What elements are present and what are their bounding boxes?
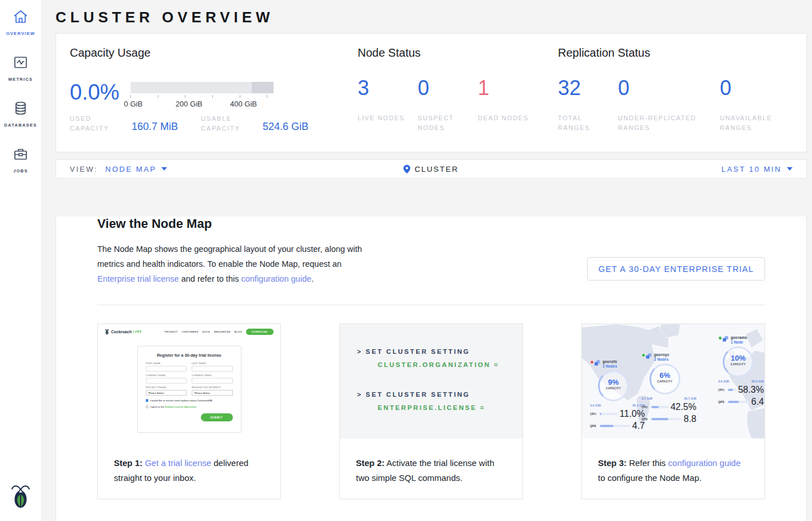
cpu-bar bbox=[600, 413, 618, 415]
mini-form-field-label: FIRST NAME bbox=[146, 362, 187, 365]
live-nodes-label: LIVE NODES bbox=[358, 113, 415, 123]
gauge-tick-label: 0 GiB bbox=[124, 100, 143, 108]
capacity-label: CAPACITY bbox=[600, 387, 627, 390]
suspect-nodes-label: SUSPECT NODES bbox=[418, 113, 475, 133]
status-dot-icon bbox=[718, 336, 722, 340]
sidebar-item-label: METRICS bbox=[9, 77, 33, 82]
suspect-nodes-metric: 0 SUSPECT NODES bbox=[418, 78, 478, 133]
mini-nav-item: BLOG bbox=[235, 330, 242, 333]
capacity-percent: 6% bbox=[651, 371, 679, 380]
chevron-down-icon bbox=[787, 167, 793, 171]
mini-brand-name: Cockroach bbox=[111, 330, 132, 334]
step2-card: > SET CLUSTER SETTING CLUSTER.ORGANIZATI… bbox=[339, 323, 523, 499]
enterprise-trial-button[interactable]: GET A 30-DAY ENTERPRISE TRIAL bbox=[587, 257, 765, 281]
mini-form-field-label: COMPANY NAME bbox=[146, 374, 187, 377]
capacity-usage-section: Capacity Usage 0.0% 0 GiB 200 GiB 400 Gi… bbox=[70, 46, 358, 139]
configuration-guide-link[interactable]: configuration guide bbox=[241, 274, 311, 283]
gauge-tick-label: 400 GiB bbox=[230, 100, 257, 108]
mini-form-field-label: COMPANY EMAIL bbox=[192, 374, 233, 377]
capacity-usage-title: Capacity Usage bbox=[70, 46, 358, 60]
capacity-percent: 9% bbox=[600, 378, 627, 386]
mini-form-checkbox-row: I would like to receive email updates ab… bbox=[146, 399, 233, 402]
qps-value: 8.8 bbox=[684, 414, 696, 424]
node-cube-icon bbox=[594, 360, 601, 366]
usable-capacity-value: 524.6 GiB bbox=[263, 121, 308, 133]
unavailable-ranges-label: UNAVAILABLE RANGES bbox=[720, 113, 777, 133]
used-capacity-value: 160.7 MiB bbox=[132, 121, 178, 133]
node-map-panel: View the Node Map The Node Map shows the… bbox=[56, 216, 807, 521]
capacity-total: 43.7 GiB bbox=[684, 397, 696, 400]
capacity-used: 3.2 GiB bbox=[590, 404, 601, 407]
qps-label: QPS bbox=[718, 400, 726, 404]
intro-text: . bbox=[311, 274, 314, 283]
sql-command: > SET CLUSTER SETTING CLUSTER.ORGANIZATI… bbox=[357, 348, 522, 368]
gauge-tick-label: 200 GiB bbox=[176, 100, 203, 108]
briefcase-icon bbox=[13, 146, 29, 164]
enterprise-trial-license-link[interactable]: Enterprise trial license bbox=[97, 274, 179, 283]
cpu-value: 42.5% bbox=[671, 402, 696, 412]
get-trial-license-link[interactable]: Get a trial license bbox=[145, 458, 211, 468]
capacity-gauge: 0 GiB 200 GiB 400 GiB bbox=[130, 78, 274, 109]
cpu-label: CPU bbox=[718, 388, 726, 392]
sidebar-item-metrics[interactable]: METRICS bbox=[0, 46, 41, 92]
mini-form-input bbox=[192, 378, 233, 384]
cpu-label: CPU bbox=[641, 405, 649, 409]
status-dot-icon bbox=[641, 353, 645, 357]
under-replicated-ranges-value: 0 bbox=[618, 78, 720, 98]
checkbox-checked-icon bbox=[146, 399, 149, 402]
view-selector-value: NODE MAP bbox=[105, 165, 156, 173]
locality-widget-sfo: geo=sfo 2 Nodes 9% CAPACITY 3.2 GiB 35.1… bbox=[590, 360, 645, 431]
sidebar-item-label: DATABASES bbox=[4, 123, 37, 128]
mini-checkbox-label: I agree to the Software License Agreemen… bbox=[150, 405, 197, 408]
mini-nav-item: RESOURCES bbox=[214, 330, 231, 333]
locality-name: geo=nyc bbox=[654, 353, 670, 357]
mini-nav-item: PRODUCT bbox=[165, 330, 178, 333]
mini-form-checkbox-row: I agree to the Software License Agreemen… bbox=[146, 405, 233, 408]
mini-registration-form: Register for a 30-day trial license FIRS… bbox=[137, 346, 241, 433]
total-ranges-metric: 32 TOTAL RANGES bbox=[558, 78, 618, 133]
dead-nodes-value: 1 bbox=[478, 78, 538, 98]
mini-site-header: Cockroach LABS PRODUCT CUSTOMERS DOCS RE… bbox=[98, 324, 280, 339]
sidebar-item-overview[interactable]: OVERVIEW bbox=[0, 0, 41, 46]
locality-name: geo=ams bbox=[731, 336, 747, 340]
home-icon bbox=[13, 9, 29, 27]
configuration-guide-link[interactable]: configuration guide bbox=[668, 458, 741, 468]
step1-caption: Step 1: Get a trial license delivered st… bbox=[98, 439, 280, 486]
metrics-icon bbox=[13, 54, 29, 73]
capacity-gauge-ticks bbox=[130, 94, 274, 98]
mini-site-nav: PRODUCT CUSTOMERS DOCS RESOURCES BLOG bbox=[165, 330, 242, 333]
step3-caption: Step 3: Refer this configuration guide t… bbox=[582, 439, 765, 486]
capacity-used-percent: 0.0% bbox=[70, 78, 130, 109]
used-capacity-label: USED CAPACITY bbox=[70, 114, 122, 133]
locality-widget-ams: geo=ams 1 Node 10% CAPACITY 3.6 GiB 36.6… bbox=[718, 336, 764, 407]
capacity-used: 3.7 GiB bbox=[641, 397, 652, 400]
usable-capacity-label: USABLE CAPACITY bbox=[201, 114, 253, 133]
capacity-ring: 6% CAPACITY bbox=[649, 364, 680, 394]
view-selector-dropdown[interactable]: NODE MAP bbox=[105, 165, 167, 173]
replication-status-title: Replication Status bbox=[558, 46, 793, 60]
step-text: Refer this bbox=[627, 458, 668, 468]
step2-caption: Step 2: Activate the trial license with … bbox=[340, 439, 522, 486]
total-ranges-label: TOTAL RANGES bbox=[558, 113, 615, 133]
time-range-dropdown[interactable]: LAST 10 MIN bbox=[722, 165, 793, 173]
locality-widget-nyc: geo=nyc 2 Nodes 6% CAPACITY 3.7 GiB 43.7… bbox=[641, 353, 696, 424]
suspect-nodes-value: 0 bbox=[418, 78, 478, 98]
node-status-title: Node Status bbox=[358, 46, 558, 60]
sidebar-item-jobs[interactable]: JOBS bbox=[0, 137, 41, 183]
step-text: to configure the Node Map. bbox=[598, 473, 702, 483]
mini-form-input bbox=[146, 366, 187, 372]
sidebar-item-databases[interactable]: DATABASES bbox=[0, 92, 41, 137]
capacity-total: 36.6 GiB bbox=[751, 380, 764, 383]
locality-node-count: 2 Nodes bbox=[654, 357, 670, 361]
node-cube-icon bbox=[722, 336, 729, 342]
sql-setting: CLUSTER.ORGANIZATION = bbox=[378, 361, 522, 368]
database-icon bbox=[13, 100, 29, 119]
sidebar: OVERVIEW METRICS DATABASES JOBS bbox=[0, 0, 42, 521]
qps-label: QPS bbox=[641, 417, 649, 421]
locality-node-count: 1 Node bbox=[731, 340, 747, 344]
intro-text: and refer to this bbox=[179, 274, 241, 283]
mini-nav-item: CUSTOMERS bbox=[182, 330, 199, 333]
cpu-bar bbox=[651, 406, 669, 408]
chevron-down-icon bbox=[161, 167, 167, 171]
node-cube-icon bbox=[645, 353, 652, 360]
